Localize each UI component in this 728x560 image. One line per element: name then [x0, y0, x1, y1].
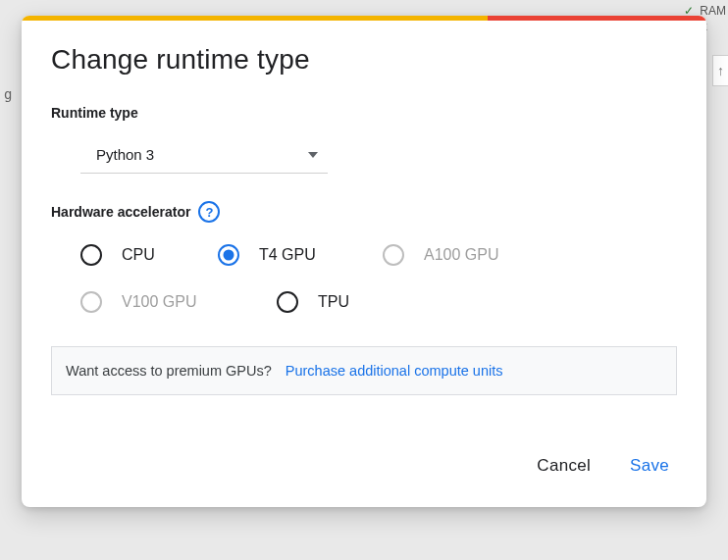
radio-label: TPU [318, 293, 349, 311]
dialog-actions: Cancel Save [51, 450, 677, 482]
help-icon[interactable]: ? [198, 201, 220, 223]
radio-icon [80, 291, 102, 313]
accelerator-radio-group: CPU T4 GPU A100 GPU V100 GPU T [80, 244, 677, 313]
radio-tpu[interactable]: TPU [277, 291, 442, 313]
radio-label: V100 GPU [122, 293, 196, 311]
premium-promo-box: Want access to premium GPUs? Purchase ad… [51, 346, 677, 395]
accelerator-label: Hardware accelerator [51, 204, 190, 220]
accelerator-label-row: Hardware accelerator ? [51, 201, 677, 223]
runtime-type-value: Python 3 [96, 146, 154, 163]
runtime-type-label: Runtime type [51, 105, 677, 121]
radio-label: A100 GPU [424, 246, 498, 264]
change-runtime-dialog: Change runtime type Runtime type Python … [22, 16, 706, 507]
save-button[interactable]: Save [626, 450, 673, 482]
radio-icon [80, 244, 102, 266]
runtime-type-select[interactable]: Python 3 [80, 138, 328, 174]
purchase-compute-link[interactable]: Purchase additional compute units [286, 363, 503, 379]
chevron-down-icon [308, 152, 318, 158]
promo-text: Want access to premium GPUs? [66, 363, 272, 379]
radio-t4-gpu[interactable]: T4 GPU [218, 244, 383, 266]
radio-icon [277, 291, 298, 313]
bg-glyph: g [4, 86, 12, 102]
radio-icon [383, 244, 404, 266]
radio-cpu[interactable]: CPU [80, 244, 218, 266]
radio-label: CPU [122, 246, 155, 264]
radio-a100-gpu: A100 GPU [383, 244, 559, 266]
scroll-up-button[interactable]: ↑ [712, 55, 728, 86]
radio-icon [218, 244, 239, 266]
radio-label: T4 GPU [259, 246, 316, 264]
dialog-title: Change runtime type [51, 44, 677, 76]
ram-label: RAM [700, 4, 726, 18]
radio-v100-gpu: V100 GPU [80, 291, 277, 313]
cancel-button[interactable]: Cancel [533, 450, 595, 482]
dialog-body: Change runtime type Runtime type Python … [22, 21, 706, 507]
